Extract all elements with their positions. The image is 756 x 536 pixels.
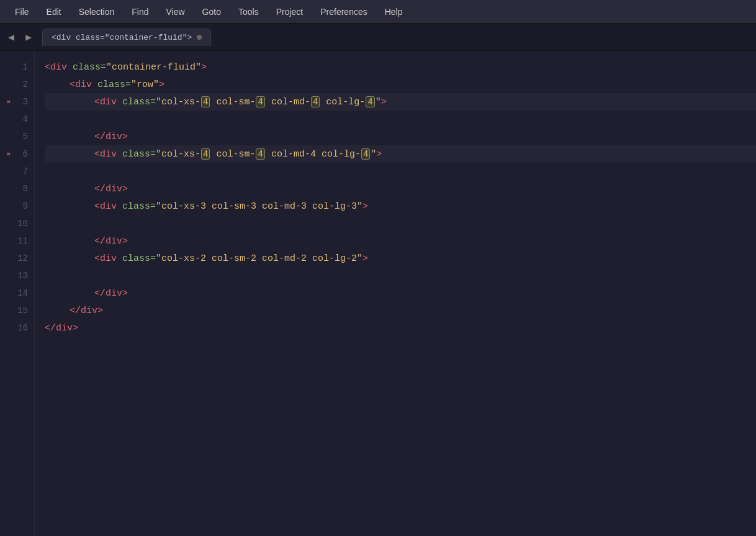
code-line-14: </div> <box>45 284 756 302</box>
line-num-6: 6 <box>13 149 28 159</box>
line-number-row: 10 <box>0 215 34 232</box>
line-number-row: 13 <box>0 267 34 284</box>
line-number-row: 1 <box>0 58 34 76</box>
line-num-16: 16 <box>13 323 28 333</box>
editor-tab[interactable]: <div class="container-fluid"> <box>42 29 211 46</box>
line-num-2: 2 <box>13 79 28 89</box>
line-number-row: 16 <box>0 319 34 337</box>
line-number-row: 15 <box>0 302 34 319</box>
menu-tools[interactable]: Tools <box>230 4 268 19</box>
line-number-row: 7 <box>0 163 34 180</box>
line-number-row: 11 <box>0 232 34 250</box>
code-line-13 <box>45 267 756 284</box>
tab-forward-button[interactable]: ▶ <box>21 30 36 45</box>
tab-label: <div class="container-fluid"> <box>52 33 192 42</box>
line-num-11: 11 <box>13 236 28 246</box>
line-num-8: 8 <box>13 184 28 194</box>
code-line-7 <box>45 163 756 180</box>
line-num-7: 7 <box>13 166 28 176</box>
line-num-1: 1 <box>13 62 28 72</box>
line-number-row: 8 <box>0 180 34 198</box>
tab-modified-indicator <box>197 35 202 40</box>
code-line-11: </div> <box>45 232 756 250</box>
line-number-row: 12 <box>0 250 34 267</box>
code-line-3: <div class="col-xs-4 col-sm-4 col-md-4 c… <box>45 93 756 111</box>
menu-bar: File Edit Selection Find View Goto Tools… <box>0 0 756 24</box>
breakpoint-3: » <box>6 98 11 106</box>
menu-file[interactable]: File <box>6 4 38 19</box>
line-num-5: 5 <box>13 132 28 142</box>
line-num-13: 13 <box>13 271 28 281</box>
line-number-row: 4 <box>0 111 34 128</box>
breakpoint-6: » <box>6 150 11 158</box>
tag-open-1: <div <box>45 62 67 73</box>
code-line-2: <div class="row" > <box>45 76 756 93</box>
tab-bar: ◀ ▶ <div class="container-fluid"> <box>0 24 756 51</box>
code-line-8: </div> <box>45 180 756 198</box>
code-line-15: </div> <box>45 302 756 319</box>
code-line-16: </div> <box>45 319 756 337</box>
line-number-row: 5 <box>0 128 34 145</box>
code-line-4 <box>45 111 756 128</box>
line-num-9: 9 <box>13 201 28 211</box>
editor-area: 1 2 » 3 4 5 » 6 7 8 9 10 11 <box>0 51 756 536</box>
menu-edit[interactable]: Edit <box>38 4 70 19</box>
menu-project[interactable]: Project <box>268 4 312 19</box>
code-line-12: <div class="col-xs-2 col-sm-2 col-md-2 c… <box>45 250 756 267</box>
code-line-10 <box>45 215 756 232</box>
menu-goto[interactable]: Goto <box>194 4 230 19</box>
line-number-row: » 3 <box>0 93 34 111</box>
line-num-4: 4 <box>13 114 28 124</box>
code-line-6: <div class="col-xs-4 col-sm-4 col-md-4 c… <box>45 145 756 163</box>
line-num-15: 15 <box>13 306 28 316</box>
menu-view[interactable]: View <box>158 4 194 19</box>
menu-selection[interactable]: Selection <box>70 4 124 19</box>
line-number-row: 14 <box>0 284 34 302</box>
menu-help[interactable]: Help <box>376 4 412 19</box>
code-line-9: <div class="col-xs-3 col-sm-3 col-md-3 c… <box>45 198 756 215</box>
line-num-12: 12 <box>13 253 28 263</box>
line-num-3: 3 <box>13 97 28 107</box>
line-num-10: 10 <box>13 219 28 229</box>
line-num-14: 14 <box>13 288 28 298</box>
tab-back-button[interactable]: ◀ <box>4 30 19 45</box>
code-content[interactable]: <div class="container-fluid" > <div clas… <box>35 51 756 536</box>
line-number-row: 2 <box>0 76 34 93</box>
menu-find[interactable]: Find <box>123 4 157 19</box>
code-line-1: <div class="container-fluid" > <box>45 58 756 76</box>
line-number-row: 9 <box>0 198 34 215</box>
code-line-5: </div> <box>45 128 756 145</box>
menu-preferences[interactable]: Preferences <box>312 4 376 19</box>
line-number-row: » 6 <box>0 145 34 163</box>
line-numbers: 1 2 » 3 4 5 » 6 7 8 9 10 11 <box>0 51 35 536</box>
